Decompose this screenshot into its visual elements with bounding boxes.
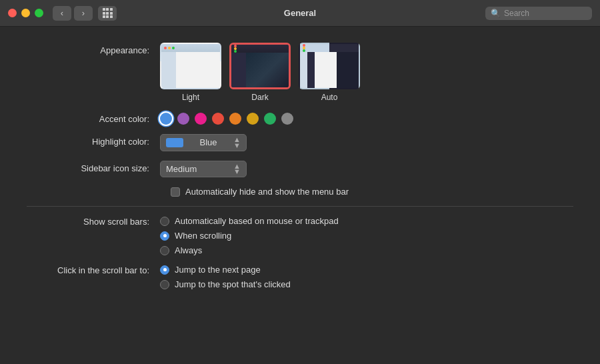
highlight-color-value: Blue xyxy=(200,137,217,147)
titlebar: ‹ › General 🔍 Search xyxy=(0,0,600,27)
close-button[interactable] xyxy=(8,9,17,17)
highlight-color-dropdown[interactable]: Blue ▲▼ xyxy=(160,134,247,151)
appearance-option-light[interactable]: Light xyxy=(160,43,221,102)
appearance-option-auto[interactable]: Auto xyxy=(299,43,360,102)
traffic-lights xyxy=(8,9,43,17)
click-scroll-bar-options: Jump to the next page Jump to the spot t… xyxy=(160,265,291,289)
appearance-row: Appearance: L xyxy=(27,43,573,102)
sidebar-icon-size-value: Medium xyxy=(166,164,197,174)
thumb-auto-main xyxy=(315,52,359,89)
accent-blue[interactable] xyxy=(160,113,172,125)
appearance-thumb-light[interactable] xyxy=(160,43,221,89)
thumb-light-main xyxy=(176,52,220,89)
scroll-bars-radio-1[interactable] xyxy=(160,231,169,241)
search-input[interactable]: Search xyxy=(504,9,529,18)
appearance-thumb-auto[interactable] xyxy=(299,43,360,89)
thumb-dot-green xyxy=(172,47,175,49)
menu-bar-checkbox[interactable] xyxy=(171,187,180,197)
search-box[interactable]: 🔍 Search xyxy=(485,7,592,20)
thumb-light-sidebar xyxy=(161,52,176,89)
thumb-dark-body xyxy=(231,53,289,89)
thumb-dot-yellow xyxy=(168,47,171,49)
scroll-bars-option-1-label: When scrolling xyxy=(175,231,231,241)
scroll-bars-option-0[interactable]: Automatically based on mouse or trackpad xyxy=(160,216,339,226)
window-title: General xyxy=(284,8,316,18)
click-scroll-radio-0[interactable] xyxy=(160,265,169,275)
appearance-option-dark[interactable]: Dark xyxy=(229,43,291,102)
scroll-bars-option-0-label: Automatically based on mouse or trackpad xyxy=(175,216,339,226)
click-scroll-option-0-label: Jump to the next page xyxy=(175,265,261,275)
thumb-light-body xyxy=(161,52,220,89)
thumb-auto-dots xyxy=(303,44,305,52)
accent-color-options xyxy=(160,111,293,125)
grid-icon xyxy=(103,8,113,18)
show-scroll-bars-options: Automatically based on mouse or trackpad… xyxy=(160,216,339,255)
maximize-button[interactable] xyxy=(35,9,43,17)
scroll-bars-option-1[interactable]: When scrolling xyxy=(160,231,339,241)
scroll-bars-option-2[interactable]: Always xyxy=(160,245,339,255)
click-scroll-radio-1[interactable] xyxy=(160,280,169,289)
nav-buttons: ‹ › xyxy=(53,6,93,21)
thumb-dot-red xyxy=(164,47,167,49)
minimize-button[interactable] xyxy=(21,9,30,17)
sidebar-icon-size-dropdown[interactable]: Medium ▲▼ xyxy=(160,161,247,178)
chevron-updown-icon: ▲▼ xyxy=(233,163,241,175)
appearance-options: Light Dark xyxy=(160,43,360,102)
forward-button[interactable]: › xyxy=(74,6,93,21)
appearance-light-label: Light xyxy=(182,93,199,102)
thumb-dark-dots xyxy=(234,45,237,53)
thumb-dark-main xyxy=(246,53,289,89)
accent-purple[interactable] xyxy=(177,113,189,125)
scroll-bars-radio-0[interactable] xyxy=(160,217,169,226)
thumb-dark-titlebar xyxy=(231,45,289,53)
click-scroll-bar-option-1[interactable]: Jump to the spot that's clicked xyxy=(160,279,291,289)
back-button[interactable]: ‹ xyxy=(53,6,71,21)
accent-pink[interactable] xyxy=(195,113,207,125)
accent-graphite[interactable] xyxy=(281,113,293,125)
click-scroll-bar-label: Click in the scroll bar to: xyxy=(27,265,160,275)
settings-content: Appearance: L xyxy=(0,27,600,315)
scroll-bars-option-2-label: Always xyxy=(175,245,202,255)
click-scroll-bar-option-0[interactable]: Jump to the next page xyxy=(160,265,291,275)
accent-color-row: Accent color: xyxy=(27,111,573,125)
search-icon: 🔍 xyxy=(491,9,501,18)
appearance-dark-label: Dark xyxy=(251,93,268,102)
appearance-thumb-dark[interactable] xyxy=(229,43,291,89)
click-scroll-bar-row: Click in the scroll bar to: Jump to the … xyxy=(27,265,573,289)
accent-red[interactable] xyxy=(212,113,224,125)
scroll-bars-radio-2[interactable] xyxy=(160,246,169,255)
thumb-light-titlebar xyxy=(161,44,220,52)
menu-bar-label: Automatically hide and show the menu bar xyxy=(185,187,349,197)
thumb-light-dots xyxy=(164,47,175,49)
grid-view-button[interactable] xyxy=(98,6,117,21)
sidebar-icon-size-label: Sidebar icon size: xyxy=(27,161,160,173)
thumb-dark-sidebar xyxy=(231,53,246,89)
highlight-color-label: Highlight color: xyxy=(27,134,160,147)
accent-yellow[interactable] xyxy=(247,113,259,125)
accent-green[interactable] xyxy=(264,113,276,125)
appearance-auto-label: Auto xyxy=(321,93,338,102)
show-scroll-bars-label: Show scroll bars: xyxy=(27,216,160,227)
sidebar-icon-size-row: Sidebar icon size: Medium ▲▼ xyxy=(27,161,573,178)
accent-orange[interactable] xyxy=(229,113,241,125)
show-scroll-bars-row: Show scroll bars: Automatically based on… xyxy=(27,216,573,255)
thumb-auto-titlebar xyxy=(300,44,359,52)
appearance-label: Appearance: xyxy=(27,43,160,55)
section-divider xyxy=(27,206,573,207)
menu-bar-checkbox-row: Automatically hide and show the menu bar xyxy=(171,187,573,197)
thumb-auto-sidebar xyxy=(300,52,315,89)
thumb-auto-body xyxy=(300,52,359,89)
highlight-color-swatch xyxy=(166,138,183,147)
chevron-updown-icon: ▲▼ xyxy=(233,137,241,149)
accent-color-label: Accent color: xyxy=(27,111,160,124)
click-scroll-option-1-label: Jump to the spot that's clicked xyxy=(175,279,291,289)
highlight-color-row: Highlight color: Blue ▲▼ xyxy=(27,134,573,151)
